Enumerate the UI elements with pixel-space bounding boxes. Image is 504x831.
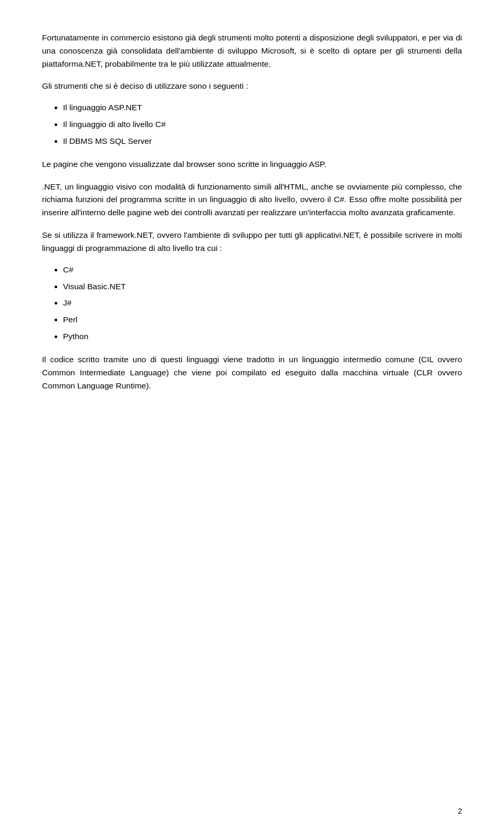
bullet-list-2: C# Visual Basic.NET J# Perl Python xyxy=(63,262,462,344)
paragraph-3: .NET, un linguaggio visivo con modalità … xyxy=(42,181,462,219)
page-number: 2 xyxy=(458,807,462,815)
asp-net-suffix: . xyxy=(324,160,326,169)
list-item: Python xyxy=(63,329,462,344)
list-item: Perl xyxy=(63,312,462,327)
list-item: Il linguaggio di alto livello C# xyxy=(63,117,462,132)
list-item: C# xyxy=(63,262,462,277)
bullet-list-1: Il linguaggio ASP.NET Il linguaggio di a… xyxy=(63,100,462,149)
paragraph-5: Il codice scritto tramite uno di questi … xyxy=(42,353,462,392)
page-container: Fortunatamente in commercio esistono già… xyxy=(0,0,504,831)
list-item: Il linguaggio ASP.NET xyxy=(63,100,462,115)
paragraph-1: Fortunatamente in commercio esistono già… xyxy=(42,31,462,70)
paragraph-2: Gli strumenti che si è deciso di utilizz… xyxy=(42,80,462,93)
paragraph-4: Se si utilizza il framework.NET, ovvero … xyxy=(42,229,462,255)
list-item: Il DBMS MS SQL Server xyxy=(63,134,462,149)
list-item: J# xyxy=(63,296,462,310)
list-item: Visual Basic.NET xyxy=(63,279,462,294)
paragraph-browser: Le pagine che vengono visualizzate dal b… xyxy=(42,158,462,171)
